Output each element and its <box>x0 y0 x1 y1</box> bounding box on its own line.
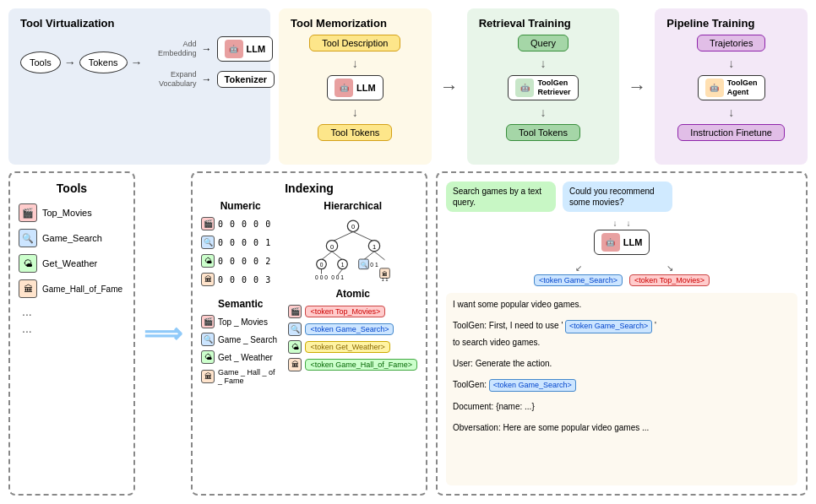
ni-code-0: 0 0 0 0 0 <box>218 219 271 229</box>
ni-code-2: 0 0 0 0 2 <box>218 257 271 266</box>
retrieval-training-box: Retrieval Training Query ↓ 🤖 ToolGenRetr… <box>467 8 620 165</box>
flow-arrow2: → <box>628 8 646 165</box>
semantic-item-1: 🔍 Game _ Search <box>201 333 280 346</box>
ni-code-1: 0 0 0 0 1 <box>218 238 271 247</box>
tool-icon-game-hall: 🏛 <box>19 279 37 298</box>
si-label-3: Game _ Hall _ of _ Fame <box>218 368 280 385</box>
rt-tokens-pill: Tool Tokens <box>506 124 580 141</box>
branch-arrow1: → <box>202 43 212 55</box>
tm-llm-icon: 🤖 <box>335 79 353 97</box>
rt-down-arrow: ↓ <box>541 57 547 70</box>
tm-down-arrow: ↓ <box>352 57 358 70</box>
semantic-title: Semantic <box>201 298 280 310</box>
llm-badge: 🤖 LLM <box>217 36 274 62</box>
pt-trajectories-pill: Trajetories <box>697 35 766 51</box>
ni-icon-0: 🎬 <box>201 217 215 230</box>
tool-description-pill: Tool Description <box>309 35 400 51</box>
svg-text:1: 1 <box>340 262 344 268</box>
svg-text:🔍: 🔍 <box>360 261 367 268</box>
si-icon-2: 🌤 <box>201 350 215 364</box>
hierarchical-tree-svg: 0 0 1 <box>311 217 395 285</box>
si-label-2: Get _ Weather <box>218 353 273 362</box>
tree-container: 0 0 1 <box>288 217 417 285</box>
conv-llm-inner: ↓ ↓ 🤖 LLM <box>594 219 650 255</box>
indexing-panel: Indexing Numeric 🎬 0 0 0 0 0 🔍 0 0 0 0 1… <box>191 171 427 496</box>
conv-token2: <token Top_Movies> <box>629 274 710 286</box>
dots-row-2: ... <box>19 322 125 335</box>
numeric-item-1: 🔍 0 0 0 0 1 <box>201 236 280 249</box>
indexing-left: Numeric 🎬 0 0 0 0 0 🔍 0 0 0 0 1 🌤 0 0 0 … <box>201 200 280 389</box>
si-icon-3: 🏛 <box>201 370 215 383</box>
pt-down-arrow: ↓ <box>728 57 734 70</box>
tm-title: Tool Memorization <box>291 17 387 30</box>
add-embedding-label: AddEmbedding <box>148 40 197 58</box>
expand-vocab-branch: ExpandVocabulary → Tokenizer <box>148 70 275 89</box>
ai-token-2: <token Get_Weather> <box>305 341 389 353</box>
inline-token-toolgen-output: <token Game_Search> <box>489 379 576 393</box>
numeric-item-0: 🎬 0 0 0 0 0 <box>201 217 280 230</box>
svg-text:0 1: 0 1 <box>370 262 378 268</box>
indexing-right: Hierarchical 0 0 1 <box>288 200 417 389</box>
svg-text:1: 1 <box>373 243 376 251</box>
ai-icon-0: 🎬 <box>288 305 302 318</box>
svg-text:0 0 1: 0 0 1 <box>331 274 344 280</box>
ai-token-1: <token Game_Search> <box>305 323 394 335</box>
tools-panel: Tools 🎬 Top_Movies 🔍 Game_Search 🌤 Get_W… <box>8 171 135 496</box>
tool-tokens-pill: Tool Tokens <box>318 124 392 141</box>
si-icon-1: 🔍 <box>201 333 215 346</box>
svg-text:1 1: 1 1 <box>381 277 388 282</box>
svg-line-10 <box>363 252 374 260</box>
conv-arrow-right: ↘ <box>666 263 673 273</box>
conv-down-arrows: ↓ ↓ <box>612 219 630 228</box>
conv-line-2 <box>453 313 791 317</box>
pt-inner: Trajetories ↓ 🤖 ToolGenAgent ↓ Instructi… <box>677 35 785 141</box>
svg-text:0 0 0: 0 0 0 <box>315 274 328 280</box>
conv-llm-icon: 🤖 <box>601 233 620 252</box>
conv-llm-row: ↓ ↓ 🤖 LLM <box>446 219 797 255</box>
svg-text:0: 0 <box>330 243 334 251</box>
rt-retriever-badge: 🤖 ToolGenRetriever <box>508 75 578 100</box>
svg-text:0: 0 <box>319 262 323 268</box>
big-right-arrow: ⟹ <box>144 171 182 496</box>
speech-bubble-2: Could you recommend some movies? <box>563 182 672 212</box>
numeric-title: Numeric <box>201 200 280 212</box>
ai-icon-1: 🔍 <box>288 322 302 336</box>
tools-oval: Tools <box>20 51 61 73</box>
branch-arrow2: → <box>202 73 212 85</box>
tool-item-0: 🎬 Top_Movies <box>19 203 125 222</box>
tool-label-game-search: Game_Search <box>42 233 102 243</box>
conv-token1-col: ↙ <token Game_Search> <box>534 263 623 286</box>
dots-row-1: ... <box>19 305 125 318</box>
conv-line-11 <box>453 415 791 419</box>
tool-label-game-hall: Game_Hall_of_Fame <box>42 285 122 294</box>
pt-agent-label: ToolGenAgent <box>727 79 758 97</box>
conv-llm-label: LLM <box>623 237 643 247</box>
si-label-0: Top _ Movies <box>218 317 268 327</box>
big-arrow-icon: ⟹ <box>144 317 182 350</box>
pt-down-arrow2: ↓ <box>728 106 734 119</box>
numeric-item-2: 🌤 0 0 0 0 2 <box>201 254 280 268</box>
tool-item-2: 🌤 Get_Weather <box>19 254 125 273</box>
conv-line-1: I want some popular video games. <box>453 298 791 311</box>
atomic-item-0: 🎬 <token Top_Movies> <box>288 305 417 318</box>
svg-line-11 <box>374 252 385 260</box>
ai-token-3: <token Game_Hall_of_Fame> <box>305 359 417 371</box>
speech-bubble-1: Search games by a text query. <box>446 182 556 212</box>
svg-line-2 <box>332 232 353 242</box>
flow-arrow1-icon: → <box>440 76 459 98</box>
rt-retriever-icon: 🤖 <box>515 79 534 97</box>
conv-token1: <token Game_Search> <box>534 274 623 286</box>
conv-text-area: I want some popular video games. ToolGen… <box>446 293 797 485</box>
tm-down-arrow2: ↓ <box>352 106 358 119</box>
atomic-title: Atomic <box>288 288 417 300</box>
tool-item-3: 🏛 Game_Hall_of_Fame <box>19 279 125 298</box>
rt-down-arrow2: ↓ <box>541 106 547 119</box>
tool-label-get-weather: Get_Weather <box>42 258 97 268</box>
tool-virtualization-box: Tool Virtualization Tools → Tokens → Add… <box>8 8 270 165</box>
conv-line-3: ToolGen: First, I need to use ' <token G… <box>453 319 791 333</box>
tm-inner: Tool Description ↓ 🤖 LLM ↓ Tool Tokens <box>309 35 400 141</box>
tools-panel-title: Tools <box>19 182 125 195</box>
tool-icon-get-weather: 🌤 <box>19 254 37 273</box>
atomic-item-3: 🏛 <token Game_Hall_of_Fame> <box>288 358 417 371</box>
atomic-item-2: 🌤 <token Get_Weather> <box>288 340 417 354</box>
